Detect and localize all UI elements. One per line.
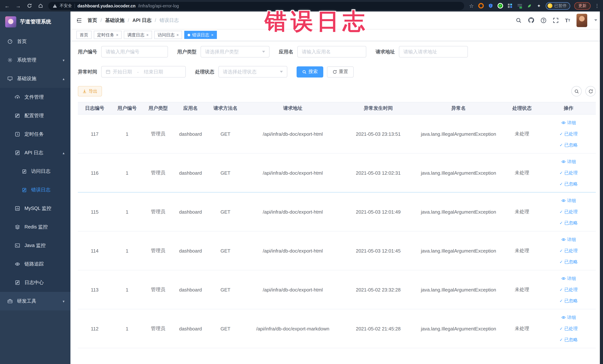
sidebar-item-label: 配置管理 (24, 112, 44, 119)
row-actions: 详细 ✓已处理 ✓已忽略 (543, 159, 594, 187)
extension-icon-wechat[interactable]: ✓ (498, 3, 503, 9)
tag-home[interactable]: 首页 (76, 31, 92, 39)
column-header: 日志编号 (78, 102, 112, 114)
extension-icon-shield[interactable] (488, 3, 493, 9)
process-status-select[interactable]: 请选择处理状态 (218, 66, 287, 78)
sidebar-item-config-management[interactable]: 配置管理 (0, 106, 70, 125)
browser-menu-icon[interactable]: ⋮ (595, 3, 600, 9)
mark-processed-link[interactable]: ✓已处理 (559, 325, 578, 332)
sidebar-fold-icon[interactable] (76, 17, 82, 23)
mark-processed-link[interactable]: ✓已处理 (559, 247, 578, 254)
mark-processed-link[interactable]: ✓已处理 (559, 209, 578, 215)
mark-processed-link[interactable]: ✓已处理 (559, 131, 578, 137)
mark-ignored-link[interactable]: ✓已忽略 (559, 220, 578, 226)
refresh-button[interactable] (585, 86, 596, 96)
sidebar-item-scheduled-jobs[interactable]: 定时任务 (0, 125, 70, 143)
fullscreen-icon[interactable] (553, 17, 559, 23)
search-button[interactable]: 搜索 (297, 66, 323, 77)
mark-ignored-link[interactable]: ✓已忽略 (559, 259, 578, 265)
detail-link[interactable]: 详细 (561, 275, 576, 282)
extension-icon-switch[interactable] (517, 3, 522, 9)
eye-icon (561, 237, 566, 242)
app-shell: 芋道管理系统 首页 系统管理 ▾ 基础设施 ▴ (0, 12, 603, 364)
check-icon: ✓ (559, 287, 563, 292)
table-row: 116 1 管理员 dashboard GET /api/infra/db-do… (78, 153, 596, 192)
breadcrumb-home[interactable]: 首页 (88, 17, 97, 23)
browser-home-button[interactable] (37, 3, 44, 8)
sidebar-item-system-management[interactable]: 系统管理 ▾ (0, 51, 70, 69)
sidebar-item-label: Java 监控 (24, 242, 46, 249)
detail-link[interactable]: 详细 (561, 314, 576, 321)
sidebar-item-file-management[interactable]: 文件管理 (0, 88, 70, 106)
sidebar-item-mysql-monitor[interactable]: MySQL 监控 (0, 199, 70, 218)
sidebar-item-home[interactable]: 首页 (0, 32, 70, 51)
mark-processed-link[interactable]: ✓已处理 (559, 286, 578, 293)
font-size-icon[interactable]: TT (565, 17, 570, 23)
mark-ignored-link[interactable]: ✓已忽略 (559, 142, 578, 148)
avatar[interactable] (577, 13, 587, 27)
extension-icon-puzzle[interactable]: ✦ (536, 3, 542, 9)
address-bar[interactable]: 不安全 dashboard.yudao.iocoder.cn /infra/lo… (48, 2, 464, 10)
detail-link[interactable]: 详细 (561, 120, 576, 126)
browser-back-button[interactable]: ← (4, 3, 10, 9)
tag-scheduled-jobs[interactable]: 定时任务× (94, 31, 122, 39)
sidebar-item-label: 研发工具 (17, 298, 36, 305)
cell-app-name: dashboard (174, 309, 208, 348)
github-icon[interactable] (528, 17, 534, 23)
sidebar-item-infrastructure[interactable]: 基础设施 ▴ (0, 69, 70, 88)
sidebar-item-api-log[interactable]: API 日志 ▴ (0, 143, 70, 162)
close-icon[interactable]: × (211, 33, 214, 37)
user-id-input[interactable]: 请输入用户编号 (101, 46, 168, 58)
search-toggle-button[interactable] (571, 86, 582, 96)
extension-icon-adblock[interactable] (478, 3, 484, 9)
tag-access-log[interactable]: 访问日志× (154, 31, 182, 39)
eye-icon (561, 276, 566, 281)
sidebar-item-redis-monitor[interactable]: Redis 监控 (0, 218, 70, 236)
security-warning-icon[interactable] (53, 3, 57, 8)
date-range-picker[interactable]: 开始日期 - 结束日期 (101, 66, 186, 78)
detail-link[interactable]: 详细 (561, 198, 576, 204)
app-name-input[interactable]: 请输入应用名 (297, 46, 366, 58)
help-icon[interactable] (541, 17, 546, 23)
tag-error-log[interactable]: 错误日志× (185, 31, 217, 39)
close-icon[interactable]: × (176, 33, 179, 37)
paused-extension-badge[interactable]: 已暂停 (546, 2, 570, 10)
processed-label: 已处理 (564, 170, 578, 176)
breadcrumb-api-log[interactable]: API 日志 (133, 17, 152, 23)
cell-request-url: /api/infra/db-doc/export-html (244, 270, 342, 309)
tag-schedule-log[interactable]: 调度日志× (124, 31, 152, 39)
mark-ignored-link[interactable]: ✓已忽略 (559, 337, 578, 343)
page-scrollbar[interactable] (600, 12, 603, 364)
browser-update-button[interactable]: 更新 (574, 2, 591, 10)
browser-forward-button[interactable]: → (15, 3, 22, 9)
request-url-input[interactable]: 请输入请求地址 (399, 46, 468, 58)
extension-icon-grid[interactable] (507, 3, 513, 9)
user-menu-caret-icon[interactable] (594, 19, 597, 21)
close-icon[interactable]: × (116, 33, 118, 37)
sidebar-item-error-log[interactable]: 错误日志 (0, 181, 70, 199)
mark-ignored-link[interactable]: ✓已忽略 (559, 298, 578, 304)
bookmark-star-icon[interactable]: ☆ (469, 3, 474, 9)
close-icon[interactable]: × (146, 33, 149, 37)
extension-icon-leaf[interactable] (526, 3, 532, 9)
sidebar-item-log-center[interactable]: 日志中心 (0, 273, 70, 292)
mark-processed-link[interactable]: ✓已处理 (559, 170, 578, 176)
detail-link[interactable]: 详细 (561, 236, 576, 243)
export-button[interactable]: 导出 (78, 86, 102, 96)
cell-request-url: /api/infra/db-doc/export-markdown (244, 309, 342, 348)
sidebar-item-java-monitor[interactable]: Java 监控 (0, 236, 70, 255)
sidebar-item-access-log[interactable]: 访问日志 (0, 162, 70, 181)
cell-process-status: 未处理 (502, 270, 542, 309)
detail-link[interactable]: 详细 (561, 159, 576, 165)
search-icon[interactable] (516, 17, 522, 23)
cell-request-url: /api/infra/db-doc/export-html (244, 114, 342, 153)
placeholder-text: 请输入用户编号 (106, 48, 139, 55)
sidebar-item-dev-tools[interactable]: 研发工具 ▾ (0, 292, 70, 310)
browser-reload-button[interactable] (26, 3, 33, 8)
mark-ignored-link[interactable]: ✓已忽略 (559, 181, 578, 187)
breadcrumb-infrastructure[interactable]: 基础设施 (105, 17, 124, 23)
app-logo-row[interactable]: 芋道管理系统 (0, 12, 70, 32)
user-type-select[interactable]: 请选择用户类型 (201, 46, 269, 58)
reset-button[interactable]: 重置 (327, 66, 354, 77)
sidebar-item-trace[interactable]: 链路追踪 (0, 255, 70, 273)
